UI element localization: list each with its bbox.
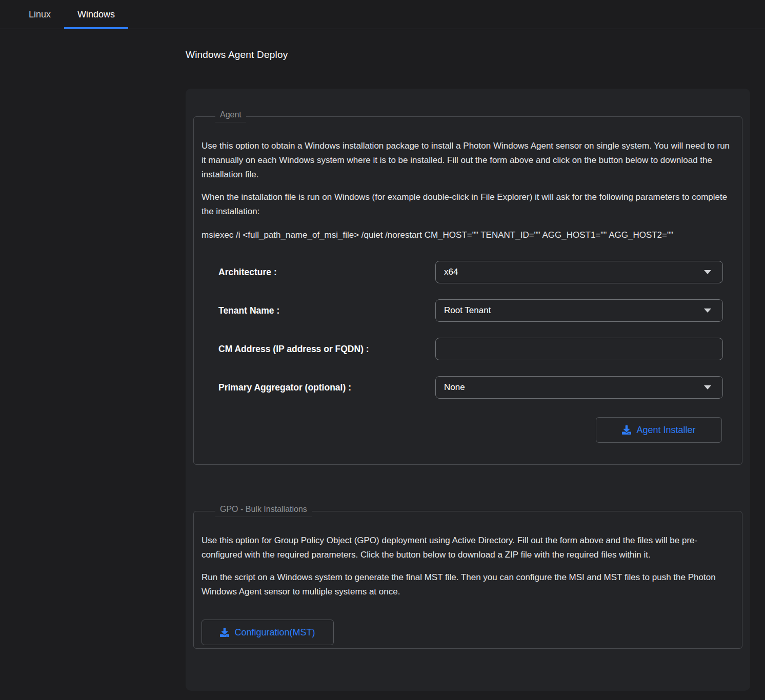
chevron-down-icon	[704, 385, 711, 389]
architecture-select[interactable]: x64	[435, 261, 723, 283]
gpo-section-legend: GPO - Bulk Installations	[215, 505, 312, 517]
agent-section-legend: Agent	[215, 110, 246, 122]
agent-installer-button-label: Agent Installer	[636, 425, 695, 436]
tenant-name-select[interactable]: Root Tenant	[435, 299, 723, 322]
cm-address-row: CM Address (IP address or FQDN) :	[202, 338, 734, 360]
agent-installer-button[interactable]: Agent Installer	[596, 417, 722, 443]
gpo-section: GPO - Bulk Installations Use this option…	[193, 505, 742, 649]
cm-address-input[interactable]	[435, 338, 723, 360]
primary-aggregator-select-value: None	[444, 382, 465, 393]
tab-windows[interactable]: Windows	[64, 0, 128, 29]
agent-installer-button-row: Agent Installer	[202, 417, 734, 443]
tenant-name-select-value: Root Tenant	[444, 305, 491, 316]
chevron-down-icon	[704, 308, 711, 313]
chevron-down-icon	[704, 270, 711, 274]
cm-address-label: CM Address (IP address or FQDN) :	[218, 344, 435, 355]
primary-aggregator-row: Primary Aggregator (optional) : None	[202, 376, 734, 399]
agent-intro-paragraph: Use this option to obtain a Windows inst…	[202, 139, 734, 182]
tab-bar: Linux Windows	[0, 0, 765, 29]
architecture-select-value: x64	[444, 267, 458, 277]
agent-params-paragraph: When the installation file is run on Win…	[202, 190, 734, 219]
primary-aggregator-label: Primary Aggregator (optional) :	[218, 382, 435, 393]
architecture-row: Architecture : x64	[202, 261, 734, 283]
gpo-intro-paragraph: Use this option for Group Policy Object …	[202, 533, 734, 562]
download-icon	[220, 628, 229, 637]
gpo-section-body: Use this option for Group Policy Object …	[202, 517, 734, 645]
deploy-card: Agent Use this option to obtain a Window…	[186, 89, 750, 691]
page-title: Windows Agent Deploy	[186, 49, 765, 60]
architecture-label: Architecture :	[218, 267, 435, 278]
configuration-mst-button-row: Configuration(MST)	[202, 620, 734, 645]
tenant-name-label: Tenant Name :	[218, 305, 435, 316]
primary-aggregator-select[interactable]: None	[435, 376, 723, 399]
tenant-name-row: Tenant Name : Root Tenant	[202, 299, 734, 322]
msiexec-command-text: msiexec /i <full_path_name_of_msi_file> …	[202, 228, 734, 242]
gpo-script-paragraph: Run the script on a Windows system to ge…	[202, 570, 734, 599]
configuration-mst-button[interactable]: Configuration(MST)	[202, 620, 334, 645]
agent-section: Agent Use this option to obtain a Window…	[193, 110, 742, 465]
download-icon	[622, 425, 631, 435]
tab-linux[interactable]: Linux	[15, 0, 64, 29]
configuration-mst-button-label: Configuration(MST)	[234, 627, 315, 638]
agent-section-body: Use this option to obtain a Windows inst…	[202, 122, 734, 443]
